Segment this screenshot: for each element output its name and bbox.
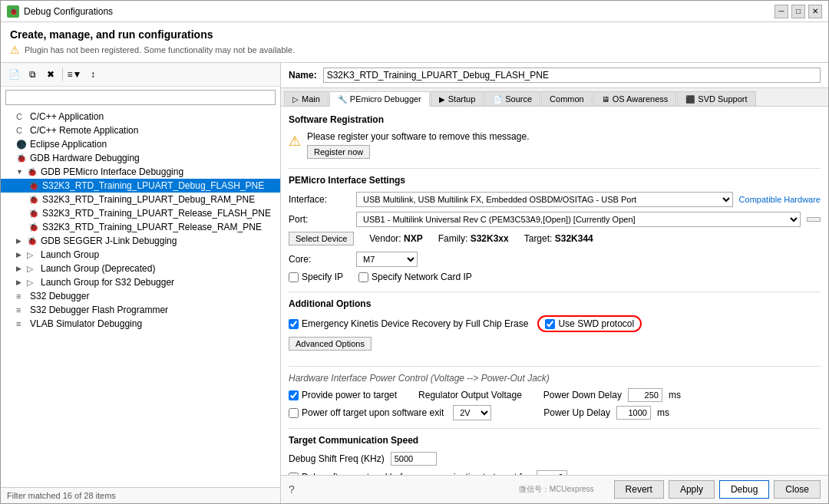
search-input[interactable] <box>5 90 276 105</box>
tab-startup[interactable]: ▶ Startup <box>431 91 484 106</box>
segger-expand-icon: ▶ <box>16 237 24 245</box>
tree-item-launch-group[interactable]: ▶ ▷ Launch Group <box>1 248 280 262</box>
port-row: Port: USB1 - Multilink Universal Rev C (… <box>289 212 821 227</box>
registration-message: Please register your software to remove … <box>307 131 529 159</box>
launch-group-s32-expand-icon: ▶ <box>16 278 24 286</box>
family-info: Family: S32K3xx <box>438 233 509 244</box>
freq-row: Debug Shift Freq (KHz) <box>289 452 821 466</box>
tab-pemicro[interactable]: 🔧 PEmicro Debugger <box>329 91 430 107</box>
tree-item-eclipse[interactable]: 🌑 Eclipse Application <box>1 137 280 151</box>
pemicro-icon: 🐞 <box>27 167 38 177</box>
new-config-button[interactable]: 📄 <box>5 66 22 83</box>
segger-label: GDB SEGGER J-Link Debugging <box>41 236 177 246</box>
tree-item-gdb-hw[interactable]: 🐞 GDB Hardware Debugging <box>1 151 280 165</box>
vendor-value: NXP <box>404 233 423 244</box>
s32-debugger-icon: ≡ <box>16 292 27 301</box>
power-down-input[interactable] <box>628 388 662 402</box>
s32k3-release-flash-label: S32K3_RTD_Training_LPUART_Release_FLASH_… <box>42 208 271 219</box>
app-icon: 🐞 <box>7 5 19 18</box>
interface-label: Interface: <box>289 194 350 205</box>
close-window-button[interactable]: ✕ <box>808 5 822 18</box>
tab-os[interactable]: 🖥 OS Awareness <box>593 91 677 106</box>
tree-item-s32k3-flash-pne[interactable]: 🐞 S32K3_RTD_Training_LPUART_Debug_FLASH_… <box>1 179 280 193</box>
provide-power-checkbox[interactable] <box>289 390 299 400</box>
cpp-app-label: C/C++ Application <box>30 111 104 122</box>
gdb-hw-icon: 🐞 <box>16 153 27 163</box>
launch-group-label: Launch Group <box>41 249 99 260</box>
name-label: Name: <box>289 70 317 81</box>
emergency-checkbox[interactable] <box>289 319 299 329</box>
power-off-label[interactable]: Power off target upon software exit <box>289 407 444 418</box>
pemicro-label: GDB PEMicro Interface Debugging <box>41 166 183 177</box>
emergency-label[interactable]: Emergency Kinetis Device Recovery by Ful… <box>289 318 528 329</box>
close-button[interactable]: Close <box>774 480 821 499</box>
config-name-input[interactable] <box>323 68 821 83</box>
specify-ip-label[interactable]: Specify IP <box>289 272 343 282</box>
swd-checkbox[interactable] <box>545 319 555 329</box>
provide-power-label[interactable]: Provide power to target <box>289 390 397 400</box>
left-panel: 📄 ⧉ ✖ ≡▼ ↕ C C/C++ Application C C/C++ <box>1 63 281 503</box>
power-up-input[interactable] <box>616 406 651 420</box>
debug-configurations-window: 🐞 Debug Configurations ─ □ ✕ Create, man… <box>0 0 829 504</box>
tree-item-launch-group-s32[interactable]: ▶ ▷ Launch Group for S32 Debugger <box>1 275 280 289</box>
collapse-button[interactable]: ↕ <box>84 66 101 83</box>
minimize-button[interactable]: ─ <box>775 5 788 18</box>
freq-input[interactable] <box>391 452 437 466</box>
tree-item-s32k3-release-ram[interactable]: 🐞 S32K3_RTD_Training_LPUART_Release_RAM_… <box>1 220 280 234</box>
select-device-row: Select Device Vendor: NXP Family: S32K3x… <box>289 232 821 245</box>
search-box <box>5 90 276 105</box>
compat-hw-link[interactable]: Compatible Hardware <box>739 195 821 204</box>
power-up-unit: ms <box>657 407 669 418</box>
tree-item-s32-flash[interactable]: ≡ S32 Debugger Flash Programmer <box>1 303 280 317</box>
pemicro-settings-section: PEMicro Interface Settings Interface: US… <box>289 175 821 282</box>
filter-button[interactable]: ≡▼ <box>66 66 83 83</box>
duplicate-config-button[interactable]: ⧉ <box>24 66 41 83</box>
tree-item-launch-group-dep[interactable]: ▶ ▷ Launch Group (Deprecated) <box>1 262 280 275</box>
refresh-button[interactable] <box>807 217 821 222</box>
tab-main[interactable]: ▷ Main <box>284 91 329 106</box>
debug-button[interactable]: Debug <box>719 480 769 499</box>
s32k3-release-ram-icon: 🐞 <box>28 222 39 232</box>
tree-item-s32-debugger[interactable]: ≡ S32 Debugger <box>1 289 280 303</box>
specify-ip-checkbox[interactable] <box>289 272 299 282</box>
power-off-checkbox[interactable] <box>289 408 299 418</box>
voltage-select[interactable]: 2V <box>453 405 491 420</box>
additional-title: Additional Options <box>289 298 821 309</box>
tree-item-s32k3-ram-debug[interactable]: 🐞 S32K3_RTD_Training_LPUART_Debug_RAM_PN… <box>1 193 280 206</box>
right-panel: Name: ▷ Main 🔧 PEmicro Debugger ▶ Startu… <box>281 63 828 503</box>
tab-svd[interactable]: ⬛ SVD Support <box>677 91 755 106</box>
core-select[interactable]: M7 <box>356 252 418 267</box>
apply-button[interactable]: Apply <box>669 480 715 499</box>
select-device-button[interactable]: Select Device <box>289 232 354 245</box>
tree-item-vlab[interactable]: ≡ VLAB Simulator Debugging <box>1 317 280 331</box>
launch-group-s32-label: Launch Group for S32 Debugger <box>41 277 174 288</box>
tab-source[interactable]: 📄 Source <box>484 91 540 106</box>
registration-warning-icon: ⚠ <box>289 133 301 150</box>
interface-select[interactable]: USB Multilink, USB Multilink FX, Embedde… <box>356 192 733 207</box>
swd-label[interactable]: Use SWD protocol <box>545 318 634 329</box>
freq-label: Debug Shift Freq (KHz) <box>289 453 385 464</box>
tree-item-cpp-remote[interactable]: C C/C++ Remote Application <box>1 124 280 137</box>
title-bar-left: 🐞 Debug Configurations <box>7 5 113 18</box>
divider-3 <box>289 366 821 367</box>
specify-network-label[interactable]: Specify Network Card IP <box>358 272 472 282</box>
tree-item-segger[interactable]: ▶ 🐞 GDB SEGGER J-Link Debugging <box>1 234 280 248</box>
advanced-options-button[interactable]: Advanced Options <box>289 337 372 351</box>
port-select[interactable]: USB1 - Multilink Universal Rev C (PEM3C5… <box>356 212 801 227</box>
power-up-label: Power Up Delay <box>543 407 610 418</box>
register-now-button[interactable]: Register now <box>307 145 370 159</box>
tree-item-s32k3-release-flash[interactable]: 🐞 S32K3_RTD_Training_LPUART_Release_FLAS… <box>1 206 280 220</box>
tab-common[interactable]: Common <box>541 91 593 106</box>
software-registration-section: Software Registration ⚠ Please register … <box>289 114 821 159</box>
maximize-button[interactable]: □ <box>791 5 805 18</box>
tab-common-label: Common <box>550 94 584 104</box>
tree-item-cpp-app[interactable]: C C/C++ Application <box>1 110 280 124</box>
s32-debugger-label: S32 Debugger <box>30 291 89 301</box>
main-tab-icon: ▷ <box>292 95 299 104</box>
revert-button[interactable]: Revert <box>614 480 664 499</box>
delete-config-button[interactable]: ✖ <box>42 66 59 83</box>
specify-network-checkbox[interactable] <box>358 272 368 282</box>
segger-icon: 🐞 <box>27 236 38 246</box>
tree-item-pemicro[interactable]: ▼ 🐞 GDB PEMicro Interface Debugging <box>1 165 280 179</box>
help-icon[interactable]: ? <box>289 483 295 496</box>
